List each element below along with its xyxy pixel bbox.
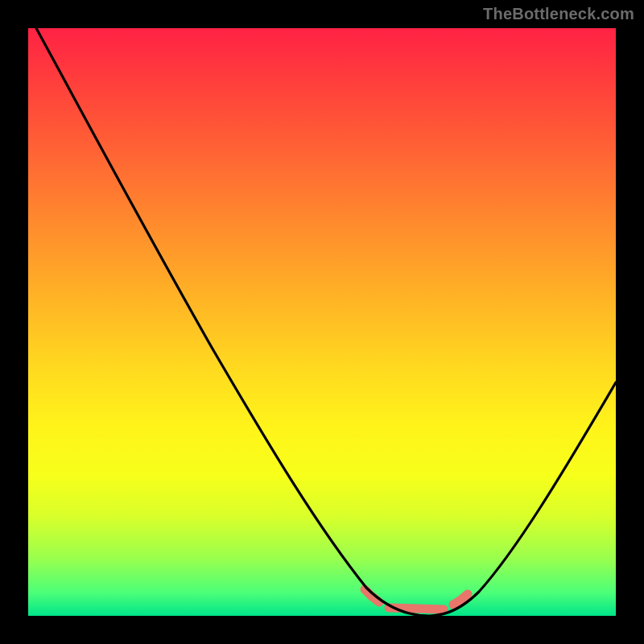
watermark-text: TheBottleneck.com: [483, 5, 634, 23]
bottleneck-curve-path: [36, 28, 616, 616]
chart-frame: TheBottleneck.com: [0, 0, 644, 644]
plot-area: [28, 28, 616, 616]
curve-svg: [28, 28, 616, 616]
